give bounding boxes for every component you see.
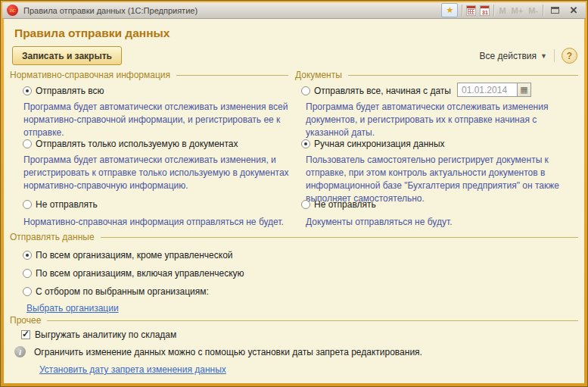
info-icon: i [14,346,26,357]
memory-m-button: М [498,6,506,15]
radio-label: Отправлять только используемую в докумен… [36,139,238,149]
memory-m-plus-button: М+ [511,6,524,15]
titlebar: 1С Правила отправки данных (1С:Предприят… [2,2,586,19]
check-icon: ✓ [22,329,30,339]
radio-nsi-send-all[interactable]: Отправлять всю [23,85,104,96]
radio-label: С отбором по выбранным организациям: [36,286,209,297]
radio-nsi-dont-send[interactable]: Не отправлять [23,198,98,210]
titlebar-buttons: ★ 31 М М+ М- ✕ [441,3,581,17]
radio-icon [23,287,32,296]
command-bar-right: Все действия ▼ ? [480,48,577,64]
radio-label: По всем организациям, включая управленче… [36,268,244,279]
radio-label: Ручная синхронизация данных [314,139,445,149]
radio-label: Не отправлять [36,199,98,210]
radio-icon [23,251,32,260]
titlebar-separator [543,5,543,16]
calculator-icon[interactable] [466,5,476,16]
checkbox-label: Выгружать аналитику по складам [35,329,176,340]
radio-orgs-including-management[interactable]: По всем организациям, включая управленче… [23,267,244,279]
checkbox-export-warehouse-analytics[interactable]: ✓ Выгружать аналитику по складам [21,329,176,340]
memory-m-minus-button: М- [527,6,539,15]
radio-label: Не отправлять [314,199,376,210]
all-actions-label: Все действия [480,51,537,61]
calendar-icon[interactable]: 31 [480,5,490,16]
radio-label: Отправлять все, начиная с даты [314,86,451,96]
radio-label: По всем организациям, кроме управленческ… [36,250,233,261]
all-actions-button[interactable]: Все действия ▼ [480,51,547,61]
radio-orgs-selected[interactable]: С отбором по выбранным организациям: [23,286,209,297]
separator [554,49,555,62]
radio-icon [23,269,32,278]
maximize-button[interactable] [547,5,562,17]
group-other: Прочее [10,314,578,326]
group-send-data: Отправлять данные [10,231,578,242]
group-documents: Документы [295,69,578,80]
date-picker-icon: ▦ [520,85,527,95]
radio-icon [301,139,310,148]
1c-logo-icon: 1С [7,5,18,16]
group-line [101,237,578,238]
group-line [348,75,578,76]
radio-icon [301,200,310,209]
group-nsi: Нормативно-справочная информация [10,69,288,80]
group-documents-title: Документы [295,70,342,80]
chevron-down-icon: ▼ [540,52,547,60]
radio-icon [301,86,310,95]
radio-nsi-used-only[interactable]: Отправлять только используемую в докумен… [23,138,238,149]
group-nsi-title: Нормативно-справочная информация [10,70,170,80]
page-title: Правила отправки данных [14,27,170,40]
desc-nsi-dont-send: Нормативно-справочная информация отправл… [23,216,296,229]
radio-icon [23,86,32,95]
help-button[interactable]: ? [562,48,577,64]
window-title: Правила отправки данных (1С:Предприятие) [23,6,436,15]
radio-label: Отправлять всю [36,86,104,96]
desc-nsi-used-only: Программа будет автоматически отслеживат… [23,154,291,192]
desc-docs-send-from-date: Программа будет автоматически отслеживат… [306,101,577,139]
date-field-group: ▦ [457,83,531,97]
maximize-icon [551,7,559,14]
desc-docs-dont-send: Документы отправляться не будут. [306,216,577,229]
set-restriction-date-link[interactable]: Установить дату запрета изменения данных [39,364,226,375]
radio-icon [23,200,32,209]
close-icon: ✕ [570,5,578,15]
group-line [47,320,578,321]
close-button[interactable]: ✕ [566,5,581,17]
group-send-data-title: Отправлять данные [10,232,95,242]
select-organizations-link[interactable]: Выбрать организации [26,303,119,314]
favorites-button[interactable]: ★ [441,3,458,17]
app-window: 1С Правила отправки данных (1С:Предприят… [0,0,588,387]
info-text: Ограничить изменение данных можно с помо… [34,347,422,357]
radio-orgs-except-management[interactable]: По всем организациям, кроме управленческ… [23,249,233,261]
titlebar-separator [493,5,494,16]
desc-nsi-send-all: Программа будет автоматически отслеживат… [23,101,291,139]
desc-docs-manual-sync: Пользователь самостоятельно регистрирует… [306,154,577,205]
checkbox-icon: ✓ [21,330,30,339]
group-other-title: Прочее [10,315,41,326]
save-and-close-button[interactable]: Записать и закрыть [12,46,122,65]
group-line [176,75,288,76]
radio-icon [23,139,32,148]
star-icon: ★ [446,6,453,14]
radio-docs-send-from-date[interactable]: Отправлять все, начиная с даты [301,85,451,96]
info-note: i Ограничить изменение данных можно с по… [14,346,422,357]
radio-docs-dont-send[interactable]: Не отправлять [301,198,376,210]
radio-docs-manual-sync[interactable]: Ручная синхронизация данных [301,138,445,149]
titlebar-separator [462,5,462,16]
start-date-input[interactable] [457,83,518,97]
date-picker-button[interactable]: ▦ [518,83,531,97]
